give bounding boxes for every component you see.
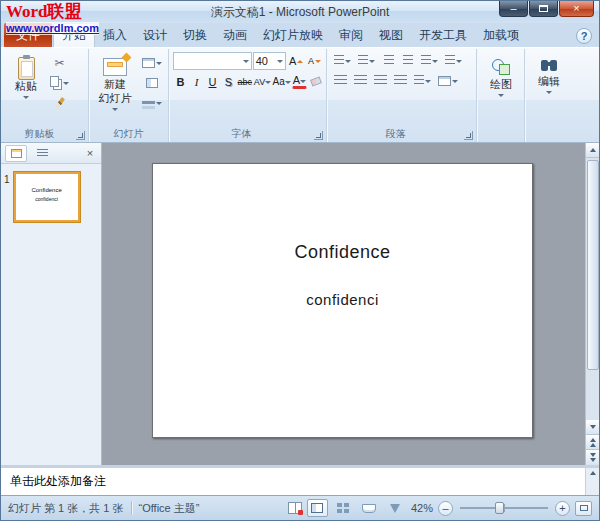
convert-smartart-button[interactable]	[435, 72, 461, 89]
tab-developer[interactable]: 开发工具	[411, 23, 475, 47]
notes-pane[interactable]: 单击此处添加备注	[1, 465, 599, 495]
brush-icon	[54, 96, 64, 108]
align-right-button[interactable]	[371, 72, 390, 89]
tab-design[interactable]: 设计	[135, 23, 175, 47]
paragraph-dialog-launcher[interactable]	[464, 131, 473, 140]
previous-slide-button[interactable]	[586, 435, 600, 450]
zoom-out-button[interactable]: –	[438, 501, 453, 516]
editing-dropdown-icon	[546, 91, 552, 94]
font-color-button[interactable]: A	[292, 74, 307, 89]
columns-button[interactable]	[411, 72, 434, 89]
align-center-button[interactable]	[351, 72, 370, 89]
zoom-slider-thumb[interactable]	[495, 502, 504, 514]
text-direction-dropdown-icon	[456, 60, 462, 63]
align-left-button[interactable]	[331, 72, 350, 89]
bullets-button[interactable]	[331, 52, 354, 69]
tab-addins[interactable]: 加载项	[475, 23, 527, 47]
drawing-label: 绘图	[490, 78, 512, 92]
underline-button[interactable]: U	[205, 73, 220, 90]
tab-animations[interactable]: 动画	[215, 23, 255, 47]
justify-button[interactable]	[391, 72, 410, 89]
scroll-down-button[interactable]	[586, 420, 600, 435]
fit-to-window-button[interactable]	[575, 501, 592, 516]
outline-tab-icon	[37, 149, 48, 158]
slide-canvas[interactable]: Confidence confidenci	[152, 163, 533, 438]
numbering-button[interactable]	[355, 52, 378, 69]
char-spacing-button[interactable]: AV	[254, 73, 272, 90]
layout-icon	[142, 58, 155, 68]
spacing-dropdown-icon	[265, 81, 271, 84]
outline-view-tab[interactable]	[31, 145, 53, 162]
new-slide-label-1: 新建	[104, 78, 126, 92]
view-sorter-button[interactable]	[333, 499, 354, 517]
font-dialog-launcher[interactable]	[314, 131, 323, 140]
tab-view[interactable]: 视图	[371, 23, 411, 47]
theme-indicator[interactable]: “Office 主题”	[139, 501, 200, 516]
grow-font-button[interactable]: A	[287, 53, 305, 70]
font-name-combo[interactable]	[173, 52, 252, 70]
drawing-group-button[interactable]: 绘图	[481, 52, 521, 98]
clipboard-dialog-launcher[interactable]	[76, 131, 85, 140]
zoom-in-button[interactable]: +	[555, 501, 570, 516]
slides-view-tab[interactable]	[5, 145, 27, 162]
close-button[interactable]: ×	[559, 1, 594, 17]
decrease-indent-button[interactable]	[380, 52, 398, 69]
italic-button[interactable]: I	[189, 73, 204, 90]
slide-title-text[interactable]: Confidence	[153, 242, 532, 263]
slide-subtitle-text[interactable]: confidenci	[153, 291, 532, 308]
clear-formatting-button[interactable]	[308, 73, 323, 90]
font-size-combo[interactable]: 40	[253, 52, 286, 70]
copy-button[interactable]	[47, 74, 72, 91]
shrink-font-button[interactable]: A	[306, 53, 323, 70]
scrollbar-thumb[interactable]	[587, 160, 599, 370]
watermark-url[interactable]: www.wordlm.com	[6, 22, 99, 35]
new-slide-button[interactable]: 新建 幻灯片	[93, 52, 137, 128]
change-case-button[interactable]: Aa	[272, 73, 291, 90]
layout-button[interactable]	[139, 54, 165, 71]
scroll-up-button[interactable]	[586, 143, 600, 158]
thumbnail-number: 1	[4, 174, 10, 185]
minimize-icon: –	[510, 3, 516, 14]
binoculars-icon	[541, 60, 548, 71]
slide-thumbnail[interactable]: Confidence confidenci	[14, 172, 80, 222]
paste-button[interactable]: 粘贴	[7, 52, 45, 128]
zoom-level[interactable]: 42%	[411, 502, 433, 514]
section-icon	[142, 101, 155, 104]
copy-icon	[50, 76, 59, 87]
strikethrough-button[interactable]: abc	[237, 73, 253, 90]
font-color-label: A	[293, 75, 300, 86]
numbering-dropdown-icon	[369, 60, 375, 63]
ribbon: 粘贴 ✂ 剪贴板 新建 幻灯片	[1, 47, 599, 143]
scrollbar-track[interactable]	[586, 158, 600, 420]
bold-button[interactable]: B	[173, 73, 188, 90]
help-button[interactable]: ?	[576, 28, 592, 44]
next-slide-button[interactable]	[586, 450, 600, 465]
view-reading-button[interactable]	[359, 499, 380, 517]
notes-scrollbar[interactable]	[585, 468, 599, 495]
tab-review[interactable]: 审阅	[331, 23, 371, 47]
increase-indent-button[interactable]	[399, 52, 417, 69]
text-direction-button[interactable]	[442, 52, 465, 69]
spellcheck-icon[interactable]	[288, 502, 302, 514]
scroll-down-icon	[590, 425, 596, 429]
reset-button[interactable]	[139, 74, 165, 91]
minimize-button[interactable]: –	[499, 1, 528, 17]
view-normal-button[interactable]	[307, 499, 328, 517]
tab-slideshow[interactable]: 幻灯片放映	[255, 23, 331, 47]
align-left-icon	[334, 75, 347, 86]
view-slideshow-button[interactable]	[385, 499, 406, 517]
thumbnail-title-text: Confidence	[16, 187, 78, 193]
editing-group-button[interactable]: 编辑	[529, 52, 569, 95]
cut-button[interactable]: ✂	[47, 54, 72, 71]
zoom-out-icon: –	[442, 503, 448, 514]
line-spacing-button[interactable]	[418, 52, 441, 69]
format-painter-button[interactable]	[47, 94, 72, 111]
zoom-slider[interactable]	[460, 507, 548, 509]
text-shadow-button[interactable]: S	[221, 73, 236, 90]
tab-transitions[interactable]: 切换	[175, 23, 215, 47]
section-button[interactable]	[139, 94, 165, 111]
watermark: Word联盟 www.wordlm.com	[3, 2, 102, 36]
slideshow-view-icon	[390, 504, 400, 513]
maximize-button[interactable]	[529, 1, 558, 17]
panel-close-button[interactable]: ×	[83, 147, 97, 159]
